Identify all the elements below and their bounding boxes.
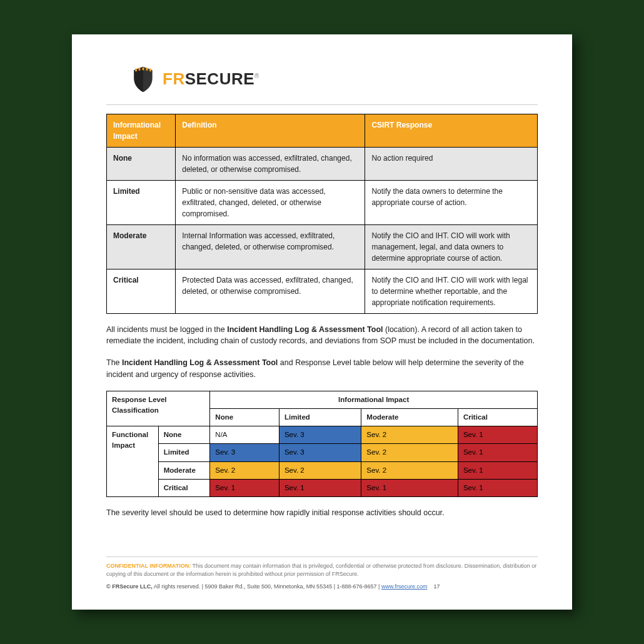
footer-copy-pre: © FRSecure LLC, xyxy=(106,583,153,590)
severity-cell: N/A xyxy=(210,426,279,444)
severity-cell: Sev. 3 xyxy=(279,444,361,461)
t2-left-group: Functional Impact xyxy=(107,426,159,497)
row-label: Moderate xyxy=(158,461,210,479)
footer-conf-label: CONFIDENTIAL INFORMATION: xyxy=(106,563,191,569)
table-cell: None xyxy=(107,147,176,180)
severity-cell: Sev. 2 xyxy=(361,444,458,461)
table-row: ModerateInternal Information was accesse… xyxy=(107,224,538,269)
table-cell: Internal Information was accessed, exfil… xyxy=(176,224,365,269)
table-cell: No action required xyxy=(365,147,538,180)
row-label: Critical xyxy=(158,479,210,496)
table-cell: Critical xyxy=(107,269,176,313)
footer-page-no: 17 xyxy=(433,583,440,590)
table-cell: Notify the CIO and IHT. CIO will work wi… xyxy=(365,224,538,269)
table-cell: Limited xyxy=(107,180,176,224)
paragraph-3: The severity level should be used to det… xyxy=(106,507,538,519)
severity-cell: Sev. 3 xyxy=(279,426,361,444)
svg-rect-4 xyxy=(149,68,151,71)
t2-top-group: Informational Impact xyxy=(210,391,538,408)
severity-cell: Sev. 2 xyxy=(361,461,458,479)
table-row: LimitedSev. 3Sev. 3Sev. 2Sev. 1 xyxy=(107,444,538,461)
row-label: Limited xyxy=(158,444,210,461)
footer-confidential: CONFIDENTIAL INFORMATION: This document … xyxy=(106,562,538,579)
column-header: Moderate xyxy=(361,408,458,426)
table-row: CriticalSev. 1Sev. 1Sev. 1Sev. 1 xyxy=(107,479,538,496)
t2-corner: Response Level Classification xyxy=(107,391,210,426)
para2-bold: Incident Handling Log & Assessment Tool xyxy=(122,358,278,367)
table-row: ModerateSev. 2Sev. 2Sev. 2Sev. 1 xyxy=(107,461,538,479)
column-header: Limited xyxy=(279,408,361,426)
t1-h2: Definition xyxy=(176,114,365,147)
t1-h3: CSIRT Response xyxy=(365,114,538,147)
row-label: None xyxy=(158,426,210,444)
footer-copy-post: All rights reserved. | 5909 Baker Rd., S… xyxy=(153,583,381,590)
svg-rect-3 xyxy=(146,68,148,71)
header-divider xyxy=(106,104,538,105)
table-row: LimitedPublic or non-sensitive data was … xyxy=(107,180,538,224)
severity-cell: Sev. 2 xyxy=(210,461,279,479)
severity-cell: Sev. 2 xyxy=(279,461,361,479)
brand-secure: SECURE xyxy=(185,69,254,88)
table-cell: Notify the data owners to determine the … xyxy=(365,180,538,224)
table-cell: Notify the CIO and IHT. CIO will work wi… xyxy=(365,269,538,313)
severity-cell: Sev. 1 xyxy=(458,461,537,479)
severity-cell: Sev. 1 xyxy=(458,426,537,444)
informational-impact-table: Informational Impact Definition CSIRT Re… xyxy=(106,114,538,314)
column-header: None xyxy=(210,408,279,426)
footer: CONFIDENTIAL INFORMATION: This document … xyxy=(106,556,538,591)
severity-cell: Sev. 2 xyxy=(361,426,458,444)
t1-h1: Informational Impact xyxy=(107,114,176,147)
table-cell: No information was accessed, exfiltrated… xyxy=(176,147,365,180)
column-header: Critical xyxy=(458,408,537,426)
para1-pre: All incidents must be logged in the xyxy=(106,325,227,334)
table-cell: Moderate xyxy=(107,224,176,269)
table-row: NoneNo information was accessed, exfiltr… xyxy=(107,147,538,180)
severity-cell: Sev. 3 xyxy=(210,444,279,461)
severity-cell: Sev. 1 xyxy=(210,479,279,496)
table-cell: Public or non-sensitive data was accesse… xyxy=(176,180,365,224)
paragraph-2: The Incident Handling Log & Assessment T… xyxy=(106,357,538,381)
severity-cell: Sev. 1 xyxy=(361,479,458,496)
brand-text: FRSECURE® xyxy=(163,67,259,91)
response-level-matrix: Response Level Classification Informatio… xyxy=(106,391,538,498)
paragraph-1: All incidents must be logged in the Inci… xyxy=(106,324,538,348)
document-page: FRSECURE® Informational Impact Definitio… xyxy=(72,34,572,610)
table-row: CriticalProtected Data was accessed, exf… xyxy=(107,269,538,313)
svg-rect-1 xyxy=(139,68,141,71)
severity-cell: Sev. 1 xyxy=(279,479,361,496)
brand-mark: ® xyxy=(254,73,259,79)
svg-rect-0 xyxy=(135,68,137,71)
table-row: Functional ImpactNoneN/ASev. 3Sev. 2Sev.… xyxy=(107,426,538,444)
severity-cell: Sev. 1 xyxy=(458,479,537,496)
logo-row: FRSECURE® xyxy=(106,66,538,93)
footer-link[interactable]: www.frsecure.com xyxy=(381,583,428,590)
shield-icon xyxy=(131,66,155,93)
svg-rect-2 xyxy=(143,67,144,70)
severity-cell: Sev. 1 xyxy=(458,444,537,461)
footer-copyright: © FRSecure LLC, All rights reserved. | 5… xyxy=(106,583,538,591)
table-cell: Protected Data was accessed, exfiltrated… xyxy=(176,269,365,313)
para2-pre: The xyxy=(106,358,122,367)
para1-bold: Incident Handling Log & Assessment Tool xyxy=(227,325,383,334)
brand-fr: FR xyxy=(163,69,185,88)
